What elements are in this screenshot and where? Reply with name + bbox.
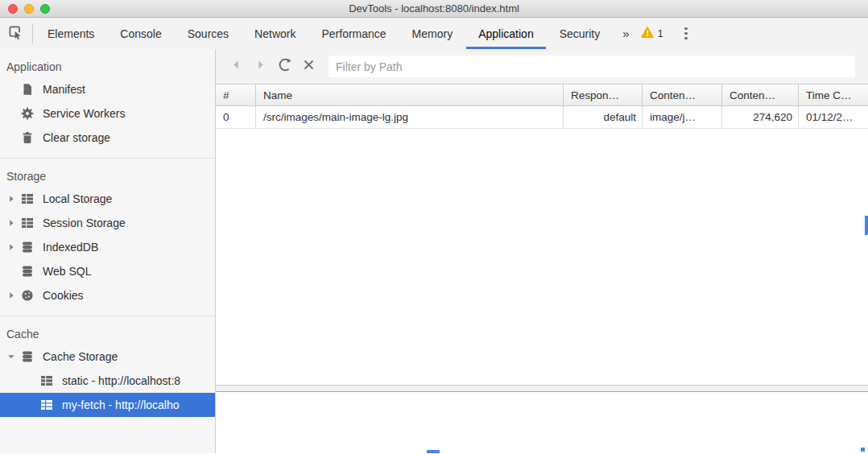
tab-console[interactable]: Console: [108, 18, 173, 49]
inspect-icon: [8, 25, 23, 43]
triangle-right-icon[interactable]: [5, 242, 18, 252]
scrollbar-fragment-corner: [861, 448, 865, 452]
cell-content-length: 274,620: [722, 106, 799, 128]
sidebar-item-label: Clear storage: [43, 131, 110, 144]
cache-table-header: # Name Respon… Conten… Conten… Time C…: [216, 84, 868, 106]
column-header-content-length[interactable]: Conten…: [722, 85, 799, 105]
cell-index: 0: [216, 106, 256, 128]
sidebar-item-label: IndexedDB: [43, 241, 98, 254]
refresh-button[interactable]: [272, 56, 296, 78]
sidebar-item-label: Web SQL: [43, 265, 91, 278]
cell-time-cached: 01/12/2…: [799, 106, 868, 128]
table-icon: [40, 374, 54, 388]
table-icon: [21, 192, 35, 206]
cell-name: /src/images/main-image-lg.jpg: [256, 106, 564, 128]
sidebar-item-cache-storage[interactable]: Cache Storage: [0, 345, 215, 369]
sidebar-item-service-workers[interactable]: Service Workers: [0, 101, 215, 126]
triangle-right-icon[interactable]: [5, 194, 18, 204]
gear-icon: [21, 107, 35, 121]
close-x-icon: [303, 59, 315, 74]
scrollbar-fragment-right: [865, 216, 868, 235]
cell-content-type: image/j…: [643, 106, 722, 128]
column-header-name[interactable]: Name: [256, 85, 564, 105]
delete-selected-button[interactable]: [296, 56, 320, 78]
filter-by-path-input[interactable]: [329, 56, 855, 77]
column-header-time-cached[interactable]: Time C…: [799, 85, 868, 105]
refresh-icon: [278, 58, 291, 75]
scrollbar-fragment-bottom: [427, 450, 440, 453]
triangle-down-icon[interactable]: [5, 352, 18, 361]
tab-network[interactable]: Network: [242, 18, 308, 49]
tab-security[interactable]: Security: [548, 18, 613, 49]
warning-icon: [641, 26, 654, 41]
triangle-right-icon[interactable]: [5, 218, 18, 228]
window-title: DevTools - localhost:8080/index.html: [0, 0, 868, 17]
sidebar-item-label: Manifest: [43, 83, 85, 96]
sidebar-item-label: Service Workers: [43, 107, 125, 120]
sidebar-item-web-sql[interactable]: Web SQL: [0, 259, 215, 283]
sidebar-item-clear-storage[interactable]: Clear storage: [0, 126, 215, 150]
column-header-response-type[interactable]: Respon…: [564, 85, 643, 105]
sidebar-item-local-storage[interactable]: Local Storage: [0, 187, 215, 211]
column-header-index[interactable]: #: [216, 85, 256, 105]
table-icon: [21, 217, 35, 230]
sidebar-item-cookies[interactable]: Cookies: [0, 283, 215, 307]
sidebar-item-label: Session Storage: [43, 217, 126, 229]
database-icon: [21, 241, 35, 254]
more-tabs-button[interactable]: »: [616, 27, 635, 40]
sidebar-item-session-storage[interactable]: Session Storage: [0, 211, 215, 235]
tab-application[interactable]: Application: [466, 18, 546, 49]
sidebar-section-cache: Cache Cache Storage: [0, 316, 215, 425]
zoom-button[interactable]: [40, 4, 50, 14]
sidebar-section-application: Application Manifest: [0, 49, 215, 158]
back-icon: [230, 59, 242, 74]
section-title: Application: [0, 54, 215, 77]
tab-sources[interactable]: Sources: [176, 18, 241, 49]
minimize-button[interactable]: [24, 4, 34, 14]
main-menu-button[interactable]: [672, 27, 700, 40]
horizontal-splitter[interactable]: [216, 385, 868, 392]
inspect-element-button[interactable]: [0, 18, 31, 49]
section-title: Storage: [0, 163, 215, 187]
sidebar-item-cache-static[interactable]: static - http://localhost:8: [0, 369, 215, 393]
chevron-double-right-icon: »: [622, 27, 629, 40]
sidebar-item-indexeddb[interactable]: IndexedDB: [0, 235, 215, 259]
tab-memory[interactable]: Memory: [400, 18, 465, 49]
cache-toolbar: [216, 49, 868, 84]
tabbar-divider: [32, 23, 33, 43]
back-button[interactable]: [224, 56, 248, 78]
section-title: Cache: [0, 321, 215, 345]
trash-icon: [21, 131, 35, 145]
panel-tabs: Elements Console Sources Network Perform…: [35, 18, 613, 49]
devtools-tab-bar: Elements Console Sources Network Perform…: [0, 18, 868, 49]
warning-count: 1: [658, 27, 663, 39]
application-sidebar: Application Manifest: [0, 49, 216, 453]
sidebar-item-label: Cookies: [43, 289, 84, 302]
database-icon: [21, 265, 35, 279]
close-button[interactable]: [8, 4, 18, 14]
tab-performance[interactable]: Performance: [309, 18, 398, 49]
sidebar-item-cache-my-fetch[interactable]: my-fetch - http://localho: [0, 393, 215, 417]
traffic-lights: [8, 4, 50, 14]
database-icon: [21, 350, 35, 364]
document-icon: [21, 83, 35, 97]
triangle-right-icon[interactable]: [5, 291, 18, 300]
sidebar-section-storage: Storage Local Storage: [0, 158, 215, 316]
sidebar-item-label: my-fetch - http://localho: [62, 398, 180, 411]
sidebar-item-label: Local Storage: [43, 192, 112, 205]
console-warning-badge[interactable]: 1: [636, 26, 668, 41]
cache-entry-row[interactable]: 0 /src/images/main-image-lg.jpg default …: [216, 106, 868, 129]
title-bar: DevTools - localhost:8080/index.html: [0, 0, 868, 18]
cache-data-panel: # Name Respon… Conten… Conten… Time C… 0…: [216, 49, 868, 453]
cookie-icon: [21, 289, 35, 303]
sidebar-item-label: Cache Storage: [43, 350, 118, 363]
table-icon: [40, 398, 54, 412]
tabbar-extras: » 1: [616, 18, 700, 49]
kebab-menu-icon: [684, 27, 688, 40]
devtools-window: DevTools - localhost:8080/index.html Ele…: [0, 0, 868, 454]
sidebar-item-manifest[interactable]: Manifest: [0, 77, 215, 101]
cell-response-type: default: [564, 106, 643, 128]
forward-button[interactable]: [248, 56, 272, 78]
tab-elements[interactable]: Elements: [35, 18, 106, 49]
column-header-content-type[interactable]: Conten…: [643, 85, 722, 105]
